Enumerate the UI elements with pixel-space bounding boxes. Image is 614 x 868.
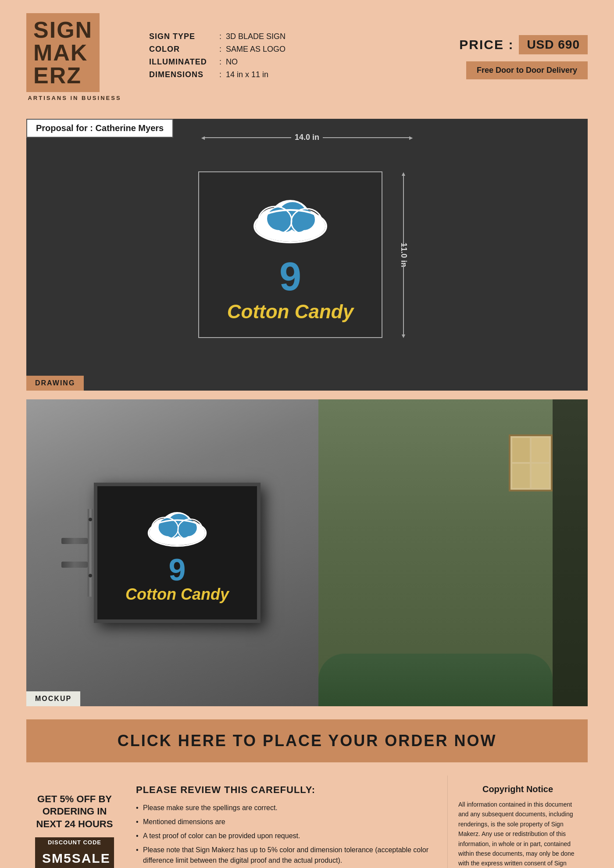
cta-section: CLICK HERE TO PLACE YOUR ORDER NOW	[26, 719, 588, 762]
footer-discount: GET 5% OFF BY ORDERING IN NEXT 24 HOURS …	[26, 776, 123, 868]
review-item-4: Please note that Sign Makerz has up to 5…	[136, 845, 434, 866]
illuminated-label: ILLUMINATED	[149, 57, 219, 67]
review-item-3: A test proof of color can be provided up…	[136, 831, 434, 841]
mockup-sign: 9 Cotton Candy	[94, 483, 261, 623]
review-item-2: Mentioned dimensions are	[136, 817, 434, 827]
sign-name: Cotton Candy	[227, 301, 353, 323]
drawing-tag: DRAWING	[26, 376, 84, 391]
discount-code-label: DISCOUNT CODE	[35, 837, 114, 847]
drawing-container: ◄ 14.0 in ►	[26, 119, 588, 391]
logo-area: SIGNMAKERZ ARTISANS IN BUSINESS	[26, 13, 123, 101]
logo-tagline: ARTISANS IN BUSINESS	[26, 95, 123, 101]
spec-color: COLOR : SAME AS LOGO	[149, 45, 459, 54]
sign-type-value: 3D BLADE SIGN	[226, 32, 286, 41]
price-label: PRICE :	[459, 37, 514, 52]
cta-text: CLICK HERE TO PLACE YOUR ORDER NOW	[118, 732, 497, 750]
price-value: USD 690	[519, 35, 588, 54]
mockup-number: 9	[169, 555, 186, 585]
spec-illuminated: ILLUMINATED : NO	[149, 57, 459, 67]
color-label: COLOR	[149, 45, 219, 54]
price-area: PRICE : USD 690 Free Door to Door Delive…	[459, 35, 588, 79]
sign-box: 9 Cotton Candy	[198, 171, 382, 338]
spec-sign-type: SIGN TYPE : 3D BLADE SIGN	[149, 32, 459, 41]
logo-text: SIGNMAKERZ	[33, 18, 93, 87]
copyright-text: All information contained in this docume…	[458, 800, 577, 868]
discount-code: SM5SALE	[35, 847, 114, 868]
dimensions-label: DIMENSIONS	[149, 70, 219, 79]
sign-type-label: SIGN TYPE	[149, 32, 219, 41]
specs-area: SIGN TYPE : 3D BLADE SIGN COLOR : SAME A…	[123, 32, 459, 83]
review-title: PLEASE REVIEW THIS CAREFULLY:	[136, 784, 434, 796]
copyright-title: Copyright Notice	[458, 784, 577, 794]
sign-number: 9	[279, 257, 301, 296]
delivery-badge: Free Door to Door Delivery	[466, 61, 588, 79]
illuminated-value: NO	[226, 57, 238, 67]
mockup-name: Cotton Candy	[125, 585, 229, 604]
footer-copyright: Copyright Notice All information contain…	[447, 776, 588, 868]
mockup-background: 9 Cotton Candy	[26, 399, 588, 706]
cta-button[interactable]: CLICK HERE TO PLACE YOUR ORDER NOW	[26, 719, 588, 762]
mockup-container: 9 Cotton Candy	[26, 399, 588, 706]
discount-text: GET 5% OFF BY ORDERING IN NEXT 24 HOURS	[35, 793, 114, 831]
spec-dimensions: DIMENSIONS : 14 in x 11 in	[149, 70, 459, 79]
mockup-cloud-icon	[142, 502, 212, 550]
price-row: PRICE : USD 690	[459, 35, 588, 54]
dimensions-value: 14 in x 11 in	[226, 70, 268, 79]
dim-horizontal-label: 14.0 in	[295, 133, 319, 142]
logo-box: SIGNMAKERZ	[26, 13, 100, 92]
proposal-label: Proposal for : Catherine Myers	[26, 119, 173, 138]
color-value: SAME AS LOGO	[226, 45, 286, 54]
drawing-section: Proposal for : Catherine Myers ◄ 14.0 in…	[26, 119, 588, 391]
mockup-section: 9 Cotton Candy	[26, 399, 588, 706]
cloud-icon	[246, 187, 334, 248]
header: SIGNMAKERZ ARTISANS IN BUSINESS SIGN TYP…	[0, 0, 614, 110]
review-item-1: Please make sure the spellings are corre…	[136, 803, 434, 813]
mockup-tag: MOCKUP	[26, 691, 80, 706]
footer-review: PLEASE REVIEW THIS CAREFULLY: Please mak…	[123, 776, 447, 868]
footer: GET 5% OFF BY ORDERING IN NEXT 24 HOURS …	[26, 776, 588, 868]
